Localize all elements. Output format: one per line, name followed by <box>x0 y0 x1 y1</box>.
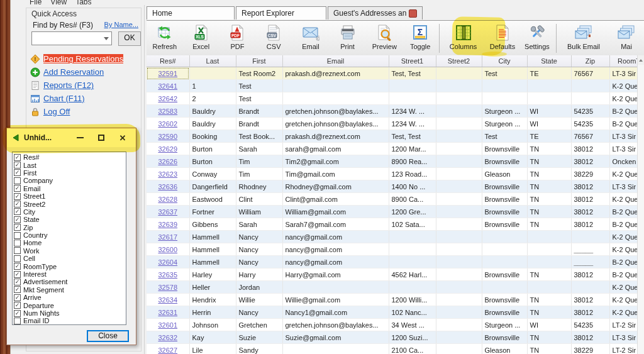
table-row[interactable]: 32617HammellNancynancy@gmail.comK-2 Que <box>147 231 644 243</box>
table-row[interactable]: 32634HendrixWillieWillie@gmail.com1200 W… <box>147 294 644 306</box>
find-res-combobox[interactable] <box>31 31 112 45</box>
find-res-input[interactable] <box>33 33 101 44</box>
column-checkbox-item[interactable]: ✓City <box>14 208 126 216</box>
table-row[interactable]: 32600HammellNancynancy@gmail.com_____K-2… <box>147 243 644 256</box>
column-checkbox-item[interactable]: ✓RoomType <box>14 262 126 270</box>
res-link[interactable]: 32600 <box>158 246 177 253</box>
column-checkbox-item[interactable]: ✓Arrive <box>14 294 126 301</box>
column-header-street1[interactable]: Street1 <box>389 55 436 67</box>
checkbox-checked-icon[interactable]: ✓ <box>14 271 21 278</box>
minimize-icon[interactable] <box>72 132 88 143</box>
res-link[interactable]: 32637 <box>158 208 177 216</box>
checkbox-checked-icon[interactable]: ✓ <box>14 294 21 301</box>
menu-file[interactable]: File <box>30 0 42 6</box>
toolbar-button-pdf[interactable]: PDFPDF <box>219 22 256 55</box>
column-header-res[interactable]: Res# <box>147 55 189 67</box>
column-checkbox-item[interactable]: ✓First <box>14 169 126 177</box>
column-checkbox-item[interactable]: ✓Zip <box>14 224 126 231</box>
tab-home[interactable]: Home <box>147 6 235 19</box>
column-checkbox-item[interactable]: ✓Mkt Segment <box>14 286 126 294</box>
checkbox-checked-icon[interactable]: ✓ <box>14 263 21 270</box>
toolbar-button-preview[interactable]: Preview <box>365 22 403 55</box>
res-link[interactable]: 32631 <box>158 309 177 316</box>
close-icon[interactable] <box>114 132 131 143</box>
res-link[interactable]: 32626 <box>158 158 177 165</box>
column-header-email[interactable]: Email <box>282 55 389 67</box>
checkbox-checked-icon[interactable]: ✓ <box>14 286 21 293</box>
table-row[interactable]: 32602BauldryBrandtgretchen.johnson@bayla… <box>147 118 644 130</box>
ok-button[interactable]: OK <box>118 31 141 46</box>
toolbar-button-refresh[interactable]: Refresh <box>147 22 183 55</box>
checkbox-checked-icon[interactable]: ✓ <box>14 169 21 176</box>
table-row[interactable]: 32639GibbensSarahSarah7@gmail.com102 Sat… <box>147 218 644 231</box>
checkbox-checked-icon[interactable]: ✓ <box>14 154 21 161</box>
column-header-first[interactable]: First <box>236 55 282 67</box>
by-name-link[interactable]: By Name... <box>104 21 138 28</box>
toolbar-button-settings[interactable]: Settings <box>520 22 554 55</box>
res-link[interactable]: 32642 <box>158 95 177 102</box>
table-row[interactable]: 32627LileSandy2100 Ca...GleasonTN38229LT… <box>147 344 644 354</box>
res-link[interactable]: 32578 <box>158 284 177 291</box>
table-row[interactable]: 32631HerrinNancyNancy1@gmail.com102 Nanc… <box>147 306 644 319</box>
table-row[interactable]: 32628EastwoodClintClint@gmail.com8900 Ca… <box>147 193 644 206</box>
tab-close-icon[interactable] <box>409 9 417 18</box>
tab-report-explorer[interactable]: Report Explorer <box>236 6 326 19</box>
res-link[interactable]: 32634 <box>158 296 177 304</box>
checkbox-unchecked-icon[interactable] <box>14 247 21 254</box>
column-header-city[interactable]: City <box>482 55 527 67</box>
res-link[interactable]: 32590 <box>158 133 177 140</box>
column-checkbox-item[interactable]: ✓Num Nights <box>14 309 126 317</box>
table-row[interactable]: 32623ConwayTimTim@gmail.com123 Road...Gl… <box>147 168 644 180</box>
chevron-down-icon[interactable] <box>104 37 109 40</box>
table-row[interactable]: 326422TestK-2 Que <box>147 92 644 105</box>
res-link[interactable]: 32628 <box>158 196 177 203</box>
table-row[interactable]: 32578HellerJordanK-2 Que <box>147 281 644 294</box>
column-checkbox-item[interactable]: ✓Departure <box>14 301 126 309</box>
res-link[interactable]: 32639 <box>158 221 177 228</box>
column-checkbox-item[interactable]: ✓Res# <box>14 153 126 161</box>
res-link[interactable]: 32617 <box>158 233 177 241</box>
dialog-title-bar[interactable]: Unhid... <box>7 128 136 147</box>
res-link[interactable]: 32629 <box>158 145 177 153</box>
table-row[interactable]: 326411TestK-2 Que <box>147 80 644 92</box>
res-link[interactable]: 32583 <box>158 108 177 115</box>
table-row[interactable]: 32629BurtonSarahsarah@gmail.com1200 Mar.… <box>147 143 644 155</box>
column-header-zip[interactable]: Zip <box>571 55 609 67</box>
toolbar-button-columns[interactable]: Columns <box>441 22 485 55</box>
column-checkbox-item[interactable]: ✓Email <box>14 185 126 192</box>
column-checkbox-item[interactable]: ✓Street2 <box>14 200 126 207</box>
checkbox-checked-icon[interactable]: ✓ <box>14 193 21 200</box>
checkbox-checked-icon[interactable]: ✓ <box>14 224 21 231</box>
quick-link-reports-f12[interactable]: Reports (F12) <box>30 79 138 92</box>
column-checkbox-item[interactable]: Country <box>14 231 126 239</box>
quick-link-log-off[interactable]: Log Off <box>30 105 138 118</box>
res-link[interactable]: 32627 <box>158 346 177 354</box>
column-header-state[interactable]: State <box>527 55 571 67</box>
quick-link-add-reservation[interactable]: Add Reservation <box>30 65 138 79</box>
column-checkbox-item[interactable]: ✓Street1 <box>14 192 126 200</box>
toolbar-button-email[interactable]: @Email <box>292 22 330 55</box>
table-row[interactable]: 32632KaySuzieSuzie@gmail.com1200 Suzi...… <box>147 331 644 344</box>
toolbar-button-toggle[interactable]: ΣToggle <box>403 22 437 55</box>
column-checkbox-item[interactable]: Company <box>14 177 126 184</box>
table-row[interactable]: 32601JohnsonGretchengretchen.johnson@bay… <box>147 319 644 331</box>
checkbox-checked-icon[interactable]: ✓ <box>14 201 21 207</box>
table-row[interactable]: 32635HarleyHarryHarry@gmail.com4562 Harl… <box>147 268 644 281</box>
toolbar-button-mai[interactable]: Mai <box>609 22 644 55</box>
table-row[interactable]: 32636DangerfieldRhodneyRhodney@gmail.com… <box>147 180 644 193</box>
toolbar-button-csv[interactable]: CSVCSV <box>255 22 292 55</box>
res-link[interactable]: 32623 <box>158 170 177 178</box>
table-row[interactable]: 32590BookingTest Book...prakash.d@reznex… <box>147 130 644 143</box>
toolbar-button-defaults[interactable]: Defaults <box>485 22 520 55</box>
close-button[interactable]: Close <box>87 330 129 342</box>
table-row[interactable]: 32604HammellNancynancy@gmail.com_____B-2… <box>147 256 644 268</box>
checkbox-unchecked-icon[interactable] <box>14 318 21 324</box>
toolbar-button-print[interactable]: Print <box>330 22 366 55</box>
tab-guest-s-addresses-an[interactable]: Guest's Addresses an <box>328 6 423 19</box>
checkbox-checked-icon[interactable]: ✓ <box>14 216 21 223</box>
menu-view[interactable]: View <box>50 0 67 6</box>
column-checkbox-item[interactable]: Cell <box>14 255 126 262</box>
maximize-icon[interactable] <box>93 132 109 143</box>
quick-link-chart-f11[interactable]: Chart (F11) <box>30 92 138 105</box>
res-link[interactable]: 32591 <box>158 70 177 77</box>
